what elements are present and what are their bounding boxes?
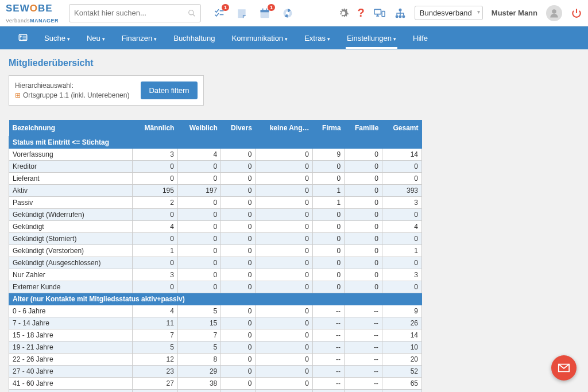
table-row: Externer Kunde0000000 [9,281,422,293]
svg-rect-6 [262,8,264,10]
col-header: Gesamt [382,120,421,137]
page-title: Mitgliederübersicht [9,58,579,68]
statistics-table: BezeichnungMännlichWeiblichDiverskeine A… [9,120,422,392]
contact-fab[interactable] [551,355,577,381]
hierarchy-value[interactable]: ⊞Ortsgruppe 1.1 (inkl. Unterebenen) [15,91,129,99]
tree-icon: ⊞ [15,91,21,99]
col-header: Bezeichnung [9,120,133,137]
tasks-badge: 1 [222,4,229,11]
menu-suche[interactable]: Suche [43,28,71,49]
menu-einstellungen[interactable]: Einstellungen [346,28,397,49]
settings-icon[interactable] [338,7,349,19]
note-icon[interactable] [235,7,248,20]
table-row: 61 - 99 Jahre496000----109 [9,390,422,393]
svg-rect-5 [261,10,269,12]
section-header: Alter (nur Kontakte mit Mitgliedsstatus … [9,293,422,305]
menu-finanzen[interactable]: Finanzen [121,28,158,49]
menu-extras[interactable]: Extras [303,28,331,49]
table-row: 15 - 18 Jahre7700----14 [9,329,422,341]
search-icon[interactable] [188,9,196,17]
svg-line-1 [193,14,195,16]
svg-point-14 [399,8,401,11]
table-row: Kreditor0000000 [9,161,422,173]
table-row: 0 - 6 Jahre4500----9 [9,305,422,317]
table-row: 7 - 14 Jahre111500----26 [9,317,422,329]
main-menu: Suche Neu Finanzen Buchhaltung Kommunika… [0,26,588,49]
org-selector[interactable]: Bundesverband [415,6,483,20]
tasks-icon[interactable]: 1 [212,7,225,20]
search-input[interactable] [74,9,188,17]
table-row: Gekündigt (Verstorben)1000001 [9,245,422,257]
section-header: Status mit Eintritt <= Stichtag [9,137,422,149]
table-row: 27 - 40 Jahre232900----52 [9,366,422,378]
hierarchy-label: Hierarchieauswahl: [15,81,129,90]
svg-point-0 [189,10,194,14]
col-header: Weiblich [177,120,220,137]
svg-rect-10 [374,9,381,14]
table-row: Aktiv1951970010393 [9,185,422,197]
svg-point-17 [402,15,405,18]
user-name: Muster Mann [492,9,537,17]
svg-rect-13 [382,11,385,16]
svg-point-15 [395,15,398,18]
col-header: Firma [313,120,345,137]
table-row: Gekündigt (Widerrufen)0000000 [9,209,422,221]
menu-buchhaltung[interactable]: Buchhaltung [172,28,216,49]
calendar-icon[interactable]: 1 [258,7,271,20]
table-row: Gekündigt (Storniert)0000000 [9,233,422,245]
home-icon[interactable] [17,33,29,43]
hierarchy-icon[interactable] [394,7,406,19]
table-row: Passiv2000103 [9,197,422,209]
user-avatar[interactable] [546,5,562,21]
table-row: Nur Zahler3000003 [9,269,422,281]
svg-point-18 [552,9,556,14]
svg-rect-7 [266,8,268,10]
calendar-badge: 1 [268,4,275,11]
svg-point-20 [21,36,22,37]
table-row: Lieferant0000000 [9,173,422,185]
col-header: keine Ang… [256,120,313,137]
global-search[interactable] [69,4,201,22]
app-logo: SEWOBE VerbandsMANAGER [6,3,63,24]
devices-icon[interactable] [373,7,386,19]
lifebuoy-icon[interactable] [281,7,294,20]
filter-panel: Hierarchieauswahl: ⊞Ortsgruppe 1.1 (inkl… [9,75,204,106]
col-header: Divers [221,120,256,137]
menu-kommunikation[interactable]: Kommunikation [231,28,289,49]
table-row: 41 - 60 Jahre273800----65 [9,378,422,390]
table-row: Vorerfassung34009014 [9,149,422,161]
help-icon[interactable]: ? [358,6,365,20]
menu-hilfe[interactable]: Hilfe [412,28,429,49]
col-header: Familie [345,120,382,137]
filter-button[interactable]: Daten filtern [141,81,197,99]
table-row: Gekündigt4000004 [9,221,422,233]
table-row: 22 - 26 Jahre12800----20 [9,354,422,366]
menu-neu[interactable]: Neu [86,28,106,49]
svg-point-16 [399,15,401,18]
logout-icon[interactable] [571,7,582,19]
table-row: Gekündigt (Ausgeschlossen)0000000 [9,257,422,269]
col-header: Männlich [133,120,178,137]
table-row: 19 - 21 Jahre5500----10 [9,341,422,354]
